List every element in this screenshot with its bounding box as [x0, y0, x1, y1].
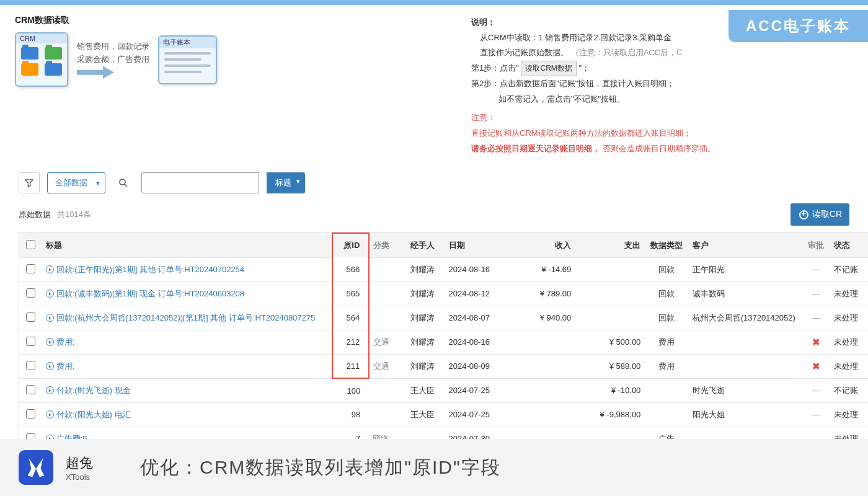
instr-line1: 从CRM中读取：1.销售费用记录2.回款记录3.采购单金 — [480, 33, 671, 42]
warn-2b: 否则会造成账目日期顺序穿插。 — [603, 144, 715, 153]
col-date[interactable]: 日期 — [445, 233, 506, 257]
row-checkbox[interactable] — [26, 288, 35, 298]
read-crm-button[interactable]: 读取CR — [790, 203, 849, 226]
cell-approval: --- — [802, 306, 830, 330]
col-expense[interactable]: 支出 — [575, 233, 644, 257]
col-id[interactable]: 原ID — [332, 233, 369, 257]
cell-expense — [575, 257, 644, 281]
reject-icon[interactable]: ✖ — [812, 361, 820, 371]
cell-type: 回款 — [644, 306, 688, 330]
arrow-right-icon — [46, 410, 54, 418]
folder-icon — [45, 63, 62, 76]
cell-id: 212 — [332, 330, 369, 354]
footer: 超兔 XTools 优化：CRM数据读取列表增加"原ID"字段 — [0, 439, 868, 496]
cell-approval: --- — [802, 281, 830, 306]
acc-tab: ACC电子账本 — [728, 10, 868, 42]
cell-cat — [369, 402, 407, 427]
cell-status: 不记账 — [830, 257, 868, 281]
cell-approval: --- — [802, 378, 830, 402]
row-title-link[interactable]: 付款:(时光飞逝) 现金 — [46, 386, 131, 395]
rabbit-icon — [24, 456, 48, 479]
row-checkbox[interactable] — [26, 337, 35, 346]
diagram-middle: 销售费用，回款记录 采购金额，广告费用 — [77, 40, 149, 79]
row-title-link[interactable]: 回款:(杭州大会周哲(13720142052))[第1期] 其他 订单号:HT2… — [46, 313, 316, 322]
count-label: 原始数据 — [19, 209, 51, 220]
cell-expense — [575, 306, 644, 330]
cell-customer: 诚丰数码 — [689, 281, 802, 306]
col-approval[interactable]: 审批 — [802, 233, 830, 257]
col-person[interactable]: 经手人 — [407, 233, 445, 257]
search-type-select[interactable]: 标题 — [267, 172, 305, 193]
cell-income — [505, 330, 575, 354]
cell-status: 未处理 — [830, 354, 868, 378]
step1-b: "； — [578, 63, 590, 73]
cell-date: 2024-07-25 — [445, 402, 506, 427]
diagram-text-1: 销售费用，回款记录 — [77, 40, 149, 53]
cell-type — [644, 378, 688, 402]
cell-expense: ¥ 500.00 — [575, 330, 644, 354]
cell-cat — [369, 281, 407, 306]
row-title-link[interactable]: 回款:(诚丰数码)[第1期] 现金 订单号:HT20240603208 — [46, 289, 244, 298]
brand-cn: 超兔 — [66, 454, 93, 472]
read-crm-label: 读取CR — [812, 209, 842, 220]
row-title-link[interactable]: 付款:(阳光大姐) 电汇 — [46, 410, 131, 419]
col-cat[interactable]: 分类 — [369, 233, 407, 257]
step2-b: 如不需记入，需点击"不记账"按钮。 — [471, 92, 856, 107]
step1-a: 第1步：点击" — [471, 63, 519, 73]
col-customer[interactable]: 客户 — [689, 233, 802, 257]
cell-income: ¥ 789.00 — [505, 281, 575, 306]
cell-status: 未处理 — [830, 402, 868, 427]
svg-point-0 — [120, 179, 125, 185]
cell-customer: 杭州大会周哲(13720142052) — [689, 306, 802, 330]
row-checkbox[interactable] — [26, 361, 35, 370]
table-row: 费用:212交通刘耀涛2024-08-16¥ 500.00费用✖未处理 — [19, 330, 868, 354]
col-title[interactable]: 标题 — [42, 233, 333, 257]
cell-type — [644, 402, 688, 427]
cell-approval: ✖ — [802, 354, 830, 378]
cell-customer: 时光飞逝 — [689, 378, 802, 402]
cell-expense: ¥ -10.00 — [575, 378, 644, 402]
cell-type: 回款 — [644, 257, 688, 281]
warn-1: 直接记账和从CRM读取记账两种方法的数据都进入账目明细； — [471, 126, 856, 141]
row-checkbox[interactable] — [26, 264, 35, 273]
cell-cat — [369, 378, 407, 402]
instr-line2a: 直接作为记账原始数据。 — [480, 48, 569, 57]
cell-person: 刘耀涛 — [407, 306, 445, 330]
row-checkbox[interactable] — [26, 409, 35, 418]
col-income[interactable]: 收入 — [505, 233, 575, 257]
select-all-checkbox[interactable] — [26, 240, 35, 249]
col-status[interactable]: 状态 — [830, 233, 868, 257]
row-title-link[interactable]: 回款:(正午阳光)[第1期] 其他 订单号:HT20240702254 — [46, 265, 244, 274]
search-input[interactable] — [141, 172, 259, 193]
table-row: 回款:(杭州大会周哲(13720142052))[第1期] 其他 订单号:HT2… — [19, 306, 868, 330]
col-type[interactable]: 数据类型 — [644, 233, 688, 257]
reject-icon[interactable]: ✖ — [812, 337, 820, 347]
cell-date: 2024-08-12 — [445, 281, 506, 306]
step2-a: 第2步：点击新数据后面"记账"按钮，直接计入账目明细； — [471, 76, 856, 92]
toolbar: 全部数据 标题 — [0, 166, 868, 200]
row-title-link[interactable]: 费用: — [46, 337, 75, 347]
read-crm-inline-button[interactable]: 读取CRM数据 — [521, 61, 576, 76]
row-title-link[interactable]: 费用: — [46, 361, 75, 371]
cell-status: 未处理 — [830, 281, 868, 306]
data-filter-select[interactable]: 全部数据 — [47, 172, 105, 193]
row-checkbox[interactable] — [26, 312, 35, 322]
row-checkbox[interactable] — [26, 385, 35, 394]
filter-icon-button[interactable] — [19, 172, 40, 193]
cell-cat: 交通 — [369, 330, 407, 354]
cell-type: 回款 — [644, 281, 688, 306]
search-icon-button[interactable] — [113, 172, 134, 193]
cell-income: ¥ 940.00 — [505, 306, 575, 330]
instr-title: 说明： — [471, 17, 495, 27]
table-row: 回款:(诚丰数码)[第1期] 现金 订单号:HT20240603208565刘耀… — [19, 281, 868, 306]
arrow-right-icon — [46, 338, 54, 346]
warn-title: 注意： — [471, 110, 856, 126]
cell-approval: --- — [802, 257, 830, 281]
table-row: 付款:(时光飞逝) 现金100王大臣2024-07-25¥ -10.00时光飞逝… — [19, 378, 868, 402]
cell-status: 不记账 — [830, 378, 868, 402]
table-row: 付款:(阳光大姐) 电汇98王大臣2024-07-25¥ -9,988.00阳光… — [19, 402, 868, 427]
cell-date: 2024-08-16 — [445, 330, 506, 354]
table-row: 回款:(正午阳光)[第1期] 其他 订单号:HT20240702254566刘耀… — [19, 257, 868, 281]
cell-id: 565 — [332, 281, 369, 306]
funnel-icon — [25, 179, 33, 187]
